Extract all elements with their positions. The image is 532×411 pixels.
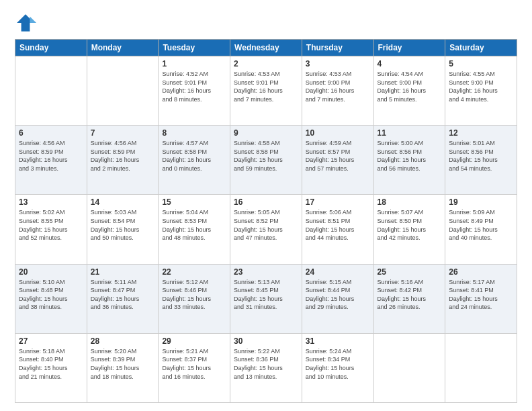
day-info: Sunrise: 5:16 AM Sunset: 8:42 PM Dayligh… [378, 278, 442, 312]
calendar-cell: 29Sunrise: 5:21 AM Sunset: 8:37 PM Dayli… [159, 333, 230, 402]
calendar-cell: 4Sunrise: 4:54 AM Sunset: 9:00 PM Daylig… [373, 56, 445, 126]
week-row-2: 6Sunrise: 4:56 AM Sunset: 8:59 PM Daylig… [15, 126, 517, 195]
calendar-cell: 12Sunrise: 5:01 AM Sunset: 8:56 PM Dayli… [445, 126, 517, 195]
calendar-cell: 17Sunrise: 5:06 AM Sunset: 8:51 PM Dayli… [302, 195, 373, 264]
day-number: 3 [306, 59, 370, 68]
day-info: Sunrise: 5:07 AM Sunset: 8:50 PM Dayligh… [378, 208, 442, 242]
header [15, 12, 517, 34]
day-header-thursday: Thursday [302, 40, 373, 56]
calendar-cell: 8Sunrise: 4:57 AM Sunset: 8:58 PM Daylig… [159, 126, 230, 195]
calendar-table: SundayMondayTuesdayWednesdayThursdayFrid… [15, 39, 517, 403]
day-info: Sunrise: 5:02 AM Sunset: 8:55 PM Dayligh… [19, 208, 83, 242]
day-number: 14 [91, 197, 155, 207]
calendar-cell [15, 56, 87, 126]
calendar-cell: 22Sunrise: 5:12 AM Sunset: 8:46 PM Dayli… [159, 264, 230, 333]
day-number: 27 [19, 336, 83, 346]
day-number: 4 [378, 59, 442, 68]
day-info: Sunrise: 5:12 AM Sunset: 8:46 PM Dayligh… [162, 278, 226, 312]
day-header-tuesday: Tuesday [159, 40, 230, 56]
logo [15, 12, 39, 34]
day-number: 12 [449, 128, 513, 138]
calendar-cell: 27Sunrise: 5:18 AM Sunset: 8:40 PM Dayli… [15, 333, 87, 402]
calendar-cell: 5Sunrise: 4:55 AM Sunset: 9:00 PM Daylig… [445, 56, 517, 126]
day-info: Sunrise: 4:52 AM Sunset: 9:01 PM Dayligh… [162, 70, 226, 103]
day-info: Sunrise: 5:13 AM Sunset: 8:45 PM Dayligh… [234, 278, 298, 312]
day-number: 20 [19, 267, 83, 277]
day-info: Sunrise: 5:06 AM Sunset: 8:51 PM Dayligh… [306, 208, 370, 242]
day-header-friday: Friday [373, 40, 445, 56]
calendar-cell: 13Sunrise: 5:02 AM Sunset: 8:55 PM Dayli… [15, 195, 87, 264]
day-info: Sunrise: 5:17 AM Sunset: 8:41 PM Dayligh… [449, 278, 513, 312]
day-number: 30 [234, 336, 298, 346]
calendar-cell: 6Sunrise: 4:56 AM Sunset: 8:59 PM Daylig… [15, 126, 87, 195]
day-number: 29 [162, 336, 226, 346]
calendar-cell [373, 333, 445, 402]
calendar-cell: 28Sunrise: 5:20 AM Sunset: 8:39 PM Dayli… [87, 333, 159, 402]
calendar-cell: 25Sunrise: 5:16 AM Sunset: 8:42 PM Dayli… [373, 264, 445, 333]
day-info: Sunrise: 5:04 AM Sunset: 8:53 PM Dayligh… [162, 208, 226, 242]
day-number: 18 [378, 197, 442, 207]
page: SundayMondayTuesdayWednesdayThursdayFrid… [0, 0, 532, 411]
day-number: 16 [234, 197, 298, 207]
calendar-cell: 1Sunrise: 4:52 AM Sunset: 9:01 PM Daylig… [159, 56, 230, 126]
day-number: 1 [162, 59, 226, 68]
day-number: 28 [91, 336, 155, 346]
calendar-cell: 31Sunrise: 5:24 AM Sunset: 8:34 PM Dayli… [302, 333, 373, 402]
day-number: 5 [449, 59, 513, 68]
day-info: Sunrise: 5:24 AM Sunset: 8:34 PM Dayligh… [306, 347, 370, 381]
day-number: 31 [306, 336, 370, 346]
day-number: 19 [449, 197, 513, 207]
day-header-sunday: Sunday [15, 40, 87, 56]
day-number: 7 [91, 128, 155, 138]
calendar-cell: 18Sunrise: 5:07 AM Sunset: 8:50 PM Dayli… [373, 195, 445, 264]
day-info: Sunrise: 5:20 AM Sunset: 8:39 PM Dayligh… [91, 347, 155, 381]
day-info: Sunrise: 4:54 AM Sunset: 9:00 PM Dayligh… [378, 70, 442, 103]
calendar-cell: 2Sunrise: 4:53 AM Sunset: 9:01 PM Daylig… [230, 56, 302, 126]
calendar-cell: 23Sunrise: 5:13 AM Sunset: 8:45 PM Dayli… [230, 264, 302, 333]
day-info: Sunrise: 4:56 AM Sunset: 8:59 PM Dayligh… [91, 139, 155, 173]
day-number: 17 [306, 197, 370, 207]
day-info: Sunrise: 4:53 AM Sunset: 9:00 PM Dayligh… [306, 70, 370, 103]
day-info: Sunrise: 4:57 AM Sunset: 8:58 PM Dayligh… [162, 139, 226, 173]
day-info: Sunrise: 4:55 AM Sunset: 9:00 PM Dayligh… [449, 70, 513, 103]
day-number: 22 [162, 267, 226, 277]
day-number: 23 [234, 267, 298, 277]
week-row-5: 27Sunrise: 5:18 AM Sunset: 8:40 PM Dayli… [15, 333, 517, 402]
calendar-cell: 7Sunrise: 4:56 AM Sunset: 8:59 PM Daylig… [87, 126, 159, 195]
day-info: Sunrise: 5:01 AM Sunset: 8:56 PM Dayligh… [449, 139, 513, 173]
day-number: 8 [162, 128, 226, 138]
day-number: 10 [306, 128, 370, 138]
week-row-3: 13Sunrise: 5:02 AM Sunset: 8:55 PM Dayli… [15, 195, 517, 264]
day-number: 6 [19, 128, 83, 138]
day-number: 21 [91, 267, 155, 277]
week-row-1: 1Sunrise: 4:52 AM Sunset: 9:01 PM Daylig… [15, 56, 517, 126]
calendar-cell: 9Sunrise: 4:58 AM Sunset: 8:58 PM Daylig… [230, 126, 302, 195]
day-info: Sunrise: 4:59 AM Sunset: 8:57 PM Dayligh… [306, 139, 370, 173]
calendar-cell: 24Sunrise: 5:15 AM Sunset: 8:44 PM Dayli… [302, 264, 373, 333]
day-number: 9 [234, 128, 298, 138]
day-info: Sunrise: 4:56 AM Sunset: 8:59 PM Dayligh… [19, 139, 83, 173]
calendar-cell: 19Sunrise: 5:09 AM Sunset: 8:49 PM Dayli… [445, 195, 517, 264]
week-row-4: 20Sunrise: 5:10 AM Sunset: 8:48 PM Dayli… [15, 264, 517, 333]
calendar-cell [87, 56, 159, 126]
day-number: 24 [306, 267, 370, 277]
day-info: Sunrise: 5:18 AM Sunset: 8:40 PM Dayligh… [19, 347, 83, 381]
calendar-cell: 30Sunrise: 5:22 AM Sunset: 8:36 PM Dayli… [230, 333, 302, 402]
day-info: Sunrise: 5:22 AM Sunset: 8:36 PM Dayligh… [234, 347, 298, 381]
day-number: 13 [19, 197, 83, 207]
day-info: Sunrise: 4:53 AM Sunset: 9:01 PM Dayligh… [234, 70, 298, 103]
day-header-wednesday: Wednesday [230, 40, 302, 56]
day-info: Sunrise: 5:00 AM Sunset: 8:56 PM Dayligh… [378, 139, 442, 173]
day-header-saturday: Saturday [445, 40, 517, 56]
calendar-cell: 3Sunrise: 4:53 AM Sunset: 9:00 PM Daylig… [302, 56, 373, 126]
day-info: Sunrise: 5:10 AM Sunset: 8:48 PM Dayligh… [19, 278, 83, 312]
calendar-cell: 26Sunrise: 5:17 AM Sunset: 8:41 PM Dayli… [445, 264, 517, 333]
day-info: Sunrise: 4:58 AM Sunset: 8:58 PM Dayligh… [234, 139, 298, 173]
day-info: Sunrise: 5:05 AM Sunset: 8:52 PM Dayligh… [234, 208, 298, 242]
calendar-cell: 14Sunrise: 5:03 AM Sunset: 8:54 PM Dayli… [87, 195, 159, 264]
day-number: 11 [378, 128, 442, 138]
calendar-cell [445, 333, 517, 402]
calendar-cell: 11Sunrise: 5:00 AM Sunset: 8:56 PM Dayli… [373, 126, 445, 195]
day-number: 25 [378, 267, 442, 277]
calendar-cell: 10Sunrise: 4:59 AM Sunset: 8:57 PM Dayli… [302, 126, 373, 195]
